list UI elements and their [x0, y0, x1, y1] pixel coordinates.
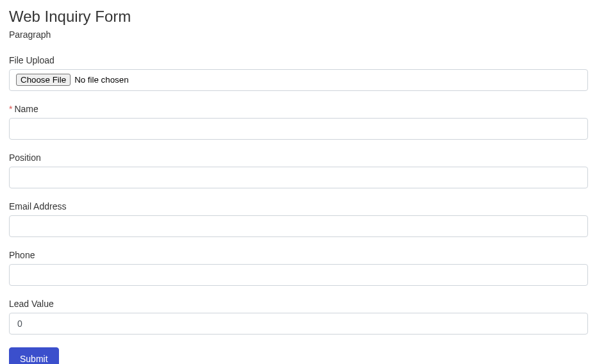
position-label: Position	[9, 153, 588, 163]
file-upload-status: No file chosen	[74, 74, 128, 87]
phone-label: Phone	[9, 250, 588, 260]
field-phone: Phone	[9, 250, 588, 286]
lead-value-label: Lead Value	[9, 299, 588, 309]
name-label: *Name	[9, 104, 588, 114]
page-paragraph: Paragraph	[9, 29, 588, 40]
page-title: Web Inquiry Form	[9, 8, 588, 26]
required-mark: *	[9, 104, 12, 114]
choose-file-button[interactable]: Choose File	[16, 74, 71, 86]
email-input[interactable]	[9, 215, 588, 237]
name-input[interactable]	[9, 118, 588, 140]
lead-value-input[interactable]	[9, 313, 588, 335]
field-email: Email Address	[9, 201, 588, 237]
name-label-text: Name	[14, 104, 38, 114]
file-upload-label: File Upload	[9, 55, 588, 65]
field-lead-value: Lead Value	[9, 299, 588, 335]
submit-button[interactable]: Submit	[9, 347, 59, 364]
file-upload-control[interactable]: Choose File No file chosen	[9, 69, 588, 91]
email-label: Email Address	[9, 201, 588, 211]
phone-input[interactable]	[9, 264, 588, 286]
position-input[interactable]	[9, 167, 588, 188]
field-position: Position	[9, 153, 588, 188]
field-file-upload: File Upload Choose File No file chosen	[9, 55, 588, 91]
field-name: *Name	[9, 104, 588, 140]
inquiry-form: File Upload Choose File No file chosen *…	[9, 55, 588, 364]
